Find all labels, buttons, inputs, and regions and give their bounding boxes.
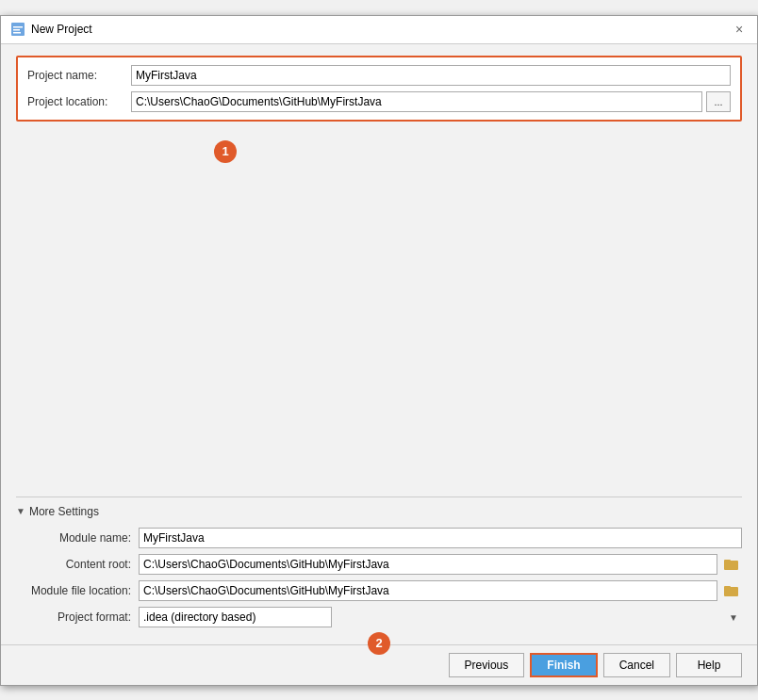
more-settings-header[interactable]: ▼ More Settings: [16, 505, 742, 518]
svg-rect-7: [724, 586, 731, 589]
project-location-input[interactable]: [131, 91, 702, 112]
title-bar: New Project ×: [1, 16, 757, 44]
project-format-label: Project format:: [16, 610, 139, 624]
project-name-input[interactable]: [131, 65, 731, 86]
project-location-row: Project location: ...: [27, 91, 731, 112]
main-area: 1: [16, 131, 742, 489]
project-format-dropdown-container: .idea (directory based) Eclipse (.classp…: [139, 607, 742, 627]
dialog-title: New Project: [31, 23, 92, 36]
content-root-input-wrapper: [139, 554, 742, 575]
content-area: Project name: Project location: ... 1 ▼ …: [1, 44, 757, 644]
dropdown-arrow-icon: ▼: [729, 611, 738, 622]
content-root-row: Content root:: [16, 554, 742, 575]
module-file-location-label: Module file location:: [16, 584, 139, 597]
more-settings-label: More Settings: [29, 505, 99, 518]
module-name-input-wrapper: [139, 528, 742, 548]
project-icon: [10, 22, 25, 37]
project-location-label: Project location:: [27, 95, 131, 108]
help-button[interactable]: Help: [676, 653, 742, 677]
project-name-label: Project name:: [27, 69, 131, 82]
top-fields-box: Project name: Project location: ...: [16, 56, 742, 122]
bottom-bar: 2 Previous Finish Cancel Help: [1, 644, 757, 685]
project-format-select[interactable]: .idea (directory based) Eclipse (.classp…: [139, 607, 332, 627]
svg-rect-2: [13, 29, 20, 31]
svg-rect-5: [724, 560, 731, 562]
svg-rect-3: [13, 32, 21, 34]
content-root-input[interactable]: [139, 554, 717, 575]
project-name-row: Project name:: [27, 65, 731, 86]
annotation-badge-2: 2: [368, 632, 390, 655]
module-file-location-row: Module file location:: [16, 580, 742, 601]
annotation-badge-1: 1: [214, 140, 237, 163]
svg-rect-1: [13, 26, 23, 28]
project-format-dropdown-wrapper: .idea (directory based) Eclipse (.classp…: [139, 607, 742, 627]
cancel-button[interactable]: Cancel: [603, 653, 670, 677]
module-name-label: Module name:: [16, 531, 139, 545]
close-button[interactable]: ×: [731, 21, 748, 38]
content-root-label: Content root:: [16, 558, 139, 571]
project-location-input-wrapper: ...: [131, 91, 731, 112]
title-bar-left: New Project: [10, 22, 92, 37]
project-name-input-wrapper: [131, 65, 731, 86]
module-file-location-folder-icon[interactable]: [721, 580, 742, 601]
project-format-row: Project format: .idea (directory based) …: [16, 607, 742, 627]
content-root-folder-icon[interactable]: [721, 554, 742, 575]
module-file-location-input[interactable]: [139, 580, 717, 601]
new-project-dialog: New Project × Project name: Project loca…: [0, 15, 758, 686]
chevron-down-icon: ▼: [16, 506, 25, 516]
module-file-location-input-wrapper: [139, 580, 742, 601]
more-settings-section: ▼ More Settings Module name: Content roo…: [16, 497, 742, 627]
module-name-row: Module name:: [16, 528, 742, 548]
project-location-browse-button[interactable]: ...: [706, 91, 731, 112]
previous-button[interactable]: Previous: [449, 653, 525, 677]
finish-button[interactable]: Finish: [530, 653, 597, 677]
module-name-input[interactable]: [139, 528, 742, 548]
